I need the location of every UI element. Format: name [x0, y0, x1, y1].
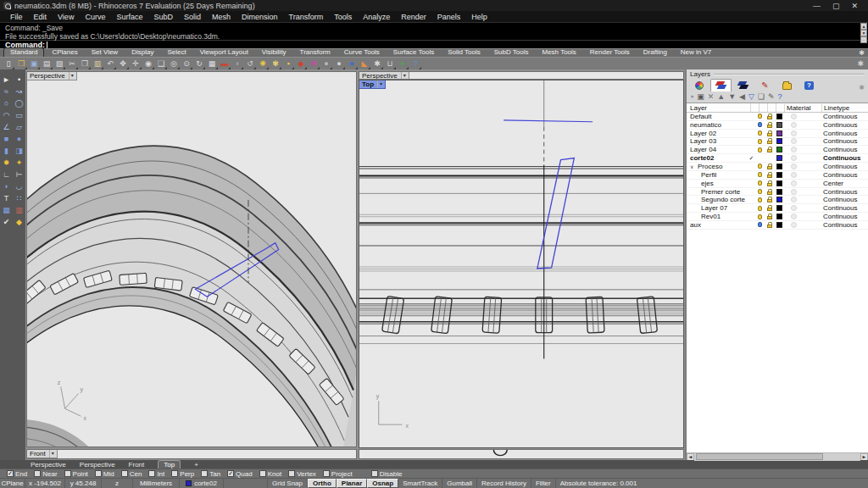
cut-icon[interactable]: ✂ — [66, 58, 78, 69]
menu-item[interactable]: Tools — [329, 13, 357, 21]
perspective2-viewport-title[interactable]: Perspective ▾ — [359, 72, 409, 80]
save-file-icon[interactable]: ▣ — [28, 58, 40, 69]
fillet-tool-icon[interactable]: ∟ — [1, 169, 12, 180]
filter-icon[interactable]: ▽ — [748, 92, 754, 102]
layer-lock-icon[interactable] — [767, 216, 772, 219]
layer-linetype[interactable]: Continuous — [821, 163, 868, 170]
new-file-icon[interactable]: ▯ — [3, 58, 14, 69]
layer-visibility-bulb-icon[interactable] — [758, 122, 762, 127]
arc-tool-icon[interactable]: ◠ — [1, 109, 12, 121]
help-panel-tab[interactable]: ? — [798, 79, 820, 92]
undo-icon[interactable]: ↶ — [104, 58, 116, 69]
front-viewport-strip[interactable]: Front ▾ — [26, 449, 357, 459]
osnap-option[interactable]: Cen — [121, 470, 142, 478]
rotate-view-icon[interactable]: ↻ — [193, 58, 205, 69]
osnap-option[interactable]: Knot — [259, 470, 281, 478]
toolbar-tab[interactable]: Transform — [294, 48, 337, 57]
layer-color-swatch[interactable] — [776, 164, 782, 169]
zoom-selected-icon[interactable]: ◎ — [168, 58, 180, 69]
layer-linetype[interactable]: Continuous — [821, 121, 868, 129]
scroll-down-icon[interactable]: ▼ — [860, 30, 867, 36]
layer-lock-icon[interactable] — [767, 183, 772, 186]
layer-color-swatch[interactable] — [776, 222, 782, 228]
layer-material-icon[interactable] — [791, 130, 797, 136]
viewport-title-caret-icon[interactable]: ▾ — [69, 72, 74, 80]
toolbar-tab[interactable]: Standard — [3, 47, 44, 57]
layer-list-scrollbar[interactable]: ◀ ▶ — [687, 452, 868, 460]
menu-item[interactable]: Help — [466, 13, 492, 21]
join-tool-icon[interactable]: ⊢ — [14, 169, 25, 180]
layer-visibility-bulb-icon[interactable] — [758, 139, 762, 144]
toolbar-tab[interactable]: Display — [125, 48, 159, 57]
viewport-title-caret-icon[interactable]: ▾ — [49, 450, 54, 458]
status-toggle[interactable]: Record History — [477, 479, 531, 488]
zoom-window-icon[interactable]: ❑ — [155, 58, 167, 69]
units-indicator[interactable]: Millimeters — [133, 479, 180, 488]
layer-row[interactable]: Layer 04 Continuous — [687, 146, 868, 154]
osnap-option[interactable]: ✓ Quad — [227, 470, 253, 478]
viewport-tab[interactable]: Top — [158, 460, 181, 469]
status-toggle[interactable]: Filter — [531, 479, 556, 488]
layer-row[interactable]: Layer 03 Continuous — [687, 138, 868, 147]
check-tool-icon[interactable]: ✔ — [1, 216, 12, 228]
ellipse-tool-icon[interactable]: ◯ — [14, 97, 25, 109]
select-tool-icon[interactable]: ► — [1, 74, 12, 86]
layer-row[interactable]: Perfil Continuous — [687, 171, 868, 180]
checkbox[interactable] — [121, 470, 128, 477]
layer-linetype[interactable]: Continuous — [821, 113, 868, 120]
panel-gear-icon[interactable]: ✱ — [857, 84, 866, 92]
lightbulb-icon[interactable]: ✾ — [270, 58, 281, 69]
menu-item[interactable]: Mesh — [207, 13, 236, 21]
layer-material-icon[interactable] — [791, 189, 797, 195]
command-prompt[interactable]: Command: — [0, 40, 868, 48]
properties-icon[interactable]: ▧ — [53, 58, 65, 69]
osnap-option[interactable]: Int — [148, 470, 164, 478]
layer-visibility-bulb-icon[interactable] — [758, 189, 762, 194]
layer-material-icon[interactable] — [791, 214, 797, 219]
checkbox[interactable] — [34, 470, 41, 477]
layer-row[interactable]: Default Continuous — [687, 113, 868, 121]
open-file-icon[interactable]: ❒ — [15, 58, 27, 69]
column-layer[interactable]: Layer — [687, 104, 750, 112]
layer-row[interactable]: neumatico Continuous — [687, 121, 868, 130]
layer-linetype[interactable]: Continuous — [821, 196, 868, 203]
layer-material-icon[interactable] — [791, 114, 797, 119]
layer-material-icon[interactable] — [791, 147, 797, 152]
polyline-tool-icon[interactable]: ∠ — [1, 121, 12, 133]
layer-name[interactable]: Perfil — [701, 171, 716, 179]
layer-name[interactable]: Proceso — [698, 163, 722, 170]
copy-icon[interactable]: ❐ — [79, 58, 91, 69]
layer-row[interactable]: Layer 07 Continuous — [687, 204, 868, 213]
layer-lock-icon[interactable] — [767, 166, 772, 169]
layer-lock-icon[interactable] — [767, 208, 772, 211]
perspective2-viewport-strip[interactable]: Perspective ▾ — [359, 71, 684, 80]
layer-visibility-bulb-icon[interactable] — [758, 130, 762, 136]
new-sublayer-icon[interactable]: ▣ — [697, 92, 704, 102]
layer-lock-icon[interactable] — [767, 175, 772, 178]
rectangle-tool-icon[interactable]: ▭ — [14, 109, 25, 121]
layer-material-icon[interactable] — [791, 155, 797, 161]
toolbar-tab[interactable]: Select — [161, 48, 192, 57]
layer-name[interactable]: ejes — [701, 180, 714, 187]
new-layer-icon[interactable]: ▫ — [691, 92, 693, 102]
layer-tools-icon[interactable]: ◆ — [295, 58, 307, 69]
status-toggle[interactable]: Ortho — [308, 479, 337, 488]
menu-item[interactable]: SubD — [148, 13, 178, 21]
layer-name[interactable]: Premer corte — [701, 188, 740, 196]
menu-item[interactable]: Panels — [432, 13, 466, 21]
bottom-viewport-sliver[interactable] — [359, 449, 684, 459]
toolbar-tab[interactable]: Surface Tools — [387, 48, 440, 57]
layer-name[interactable]: corte02 — [690, 154, 714, 162]
menu-item[interactable]: Transform — [284, 13, 329, 21]
layer-name[interactable]: Rev01 — [701, 213, 721, 220]
perspective-viewport-title[interactable]: Perspective ▾ — [27, 72, 77, 80]
layer-name[interactable]: Layer 04 — [690, 146, 716, 153]
panel-help-icon[interactable]: ? — [778, 92, 782, 102]
layer-row[interactable]: ejes Center — [687, 180, 868, 188]
layer-lock-icon[interactable] — [767, 225, 772, 228]
osnap-option[interactable]: Perp — [171, 470, 194, 478]
perspective-viewport-canvas[interactable]: z y x — [27, 72, 356, 446]
grid-tool-icon[interactable]: ▦ — [1, 204, 12, 216]
layer-linetype[interactable]: Continuous — [821, 171, 868, 179]
color-wheel-icon[interactable]: ❋ — [308, 58, 320, 69]
